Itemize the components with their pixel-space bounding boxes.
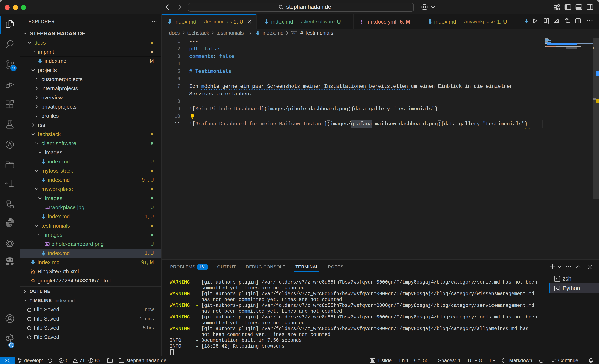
svg-text:abc: abc — [292, 32, 296, 34]
